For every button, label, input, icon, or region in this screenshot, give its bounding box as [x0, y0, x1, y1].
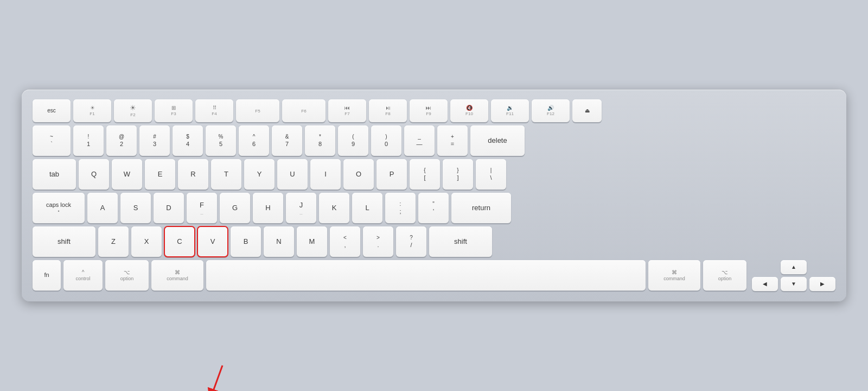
key-u[interactable]: U [277, 159, 308, 190]
key-delete[interactable]: delete [470, 125, 525, 156]
keyboard: esc ☀ F1 ☀ F2 ⊞ F3 ⠿ F4 F5 F6 ⏮ F7 ⏯ [22, 90, 846, 302]
key-rbrace[interactable]: } ] [443, 159, 473, 190]
key-p[interactable]: P [376, 159, 407, 190]
key-r[interactable]: R [178, 159, 208, 190]
key-5[interactable]: % 5 [206, 125, 236, 156]
key-s[interactable]: S [120, 193, 151, 223]
key-f6[interactable]: F6 [282, 99, 326, 122]
key-f1[interactable]: ☀ F1 [73, 99, 111, 122]
number-row: ~ ` ! 1 @ 2 # 3 $ 4 % 5 ^ 6 & 7 [33, 125, 835, 156]
svg-line-0 [212, 365, 222, 392]
key-a[interactable]: A [87, 193, 118, 223]
key-y[interactable]: Y [244, 159, 275, 190]
key-command-left[interactable]: ⌘ command [151, 260, 203, 291]
key-shift-right[interactable]: shift [429, 226, 492, 257]
key-z[interactable]: Z [98, 226, 129, 257]
key-7[interactable]: & 7 [272, 125, 302, 156]
key-0[interactable]: ) 0 [371, 125, 401, 156]
key-shift-left[interactable]: shift [33, 226, 95, 257]
key-9[interactable]: ( 9 [338, 125, 368, 156]
key-2[interactable]: @ 2 [106, 125, 137, 156]
key-option-left[interactable]: ⌥ option [105, 260, 149, 291]
key-v[interactable]: V [197, 226, 228, 257]
key-b[interactable]: B [231, 226, 261, 257]
key-f5[interactable]: F5 [236, 99, 279, 122]
key-f[interactable]: F _ [187, 193, 217, 223]
key-backslash[interactable]: | \ [476, 159, 506, 190]
key-f9[interactable]: ⏭ F9 [410, 99, 448, 122]
key-slash[interactable]: ? / [396, 226, 426, 257]
key-o[interactable]: O [343, 159, 374, 190]
key-t[interactable]: T [211, 159, 241, 190]
key-arrow-left[interactable]: ◀ [752, 277, 778, 291]
key-h[interactable]: H [253, 193, 283, 223]
key-return[interactable]: return [451, 193, 511, 223]
key-esc[interactable]: esc [33, 99, 71, 122]
key-g[interactable]: G [220, 193, 250, 223]
key-d[interactable]: D [154, 193, 184, 223]
key-w[interactable]: W [112, 159, 142, 190]
key-period[interactable]: > . [363, 226, 393, 257]
key-eject[interactable]: ⏏ [572, 99, 602, 122]
key-tab[interactable]: tab [33, 159, 76, 190]
key-e[interactable]: E [145, 159, 175, 190]
key-f10[interactable]: 🔇 F10 [450, 99, 488, 122]
key-f11[interactable]: 🔉 F11 [491, 99, 529, 122]
key-3[interactable]: # 3 [139, 125, 170, 156]
key-comma[interactable]: < , [330, 226, 360, 257]
key-q[interactable]: Q [79, 159, 109, 190]
key-f12[interactable]: 🔊 F12 [532, 99, 570, 122]
zxcv-row: shift Z X C V B N M < , > . ? / shift [33, 226, 835, 257]
key-n[interactable]: N [264, 226, 294, 257]
key-f7[interactable]: ⏮ F7 [328, 99, 366, 122]
key-f3[interactable]: ⊞ F3 [155, 99, 193, 122]
key-control[interactable]: ^ control [63, 260, 103, 291]
key-arrow-up[interactable]: ▲ [781, 260, 807, 274]
key-f8[interactable]: ⏯ F8 [369, 99, 407, 122]
key-lbrace[interactable]: { [ [410, 159, 440, 190]
key-l[interactable]: L [352, 193, 382, 223]
key-command-right[interactable]: ⌘ command [648, 260, 700, 291]
qwerty-row: tab Q W E R T Y U I O P { [ } ] | \ [33, 159, 835, 190]
key-capslock[interactable]: caps lock • [33, 193, 85, 223]
key-m[interactable]: M [297, 226, 327, 257]
key-option-right[interactable]: ⌥ option [703, 260, 746, 291]
key-f2[interactable]: ☀ F2 [114, 99, 152, 122]
key-tilde[interactable]: ~ ` [33, 125, 71, 156]
key-minus[interactable]: _ — [404, 125, 435, 156]
arrow-indicator [206, 360, 244, 392]
fn-row: esc ☀ F1 ☀ F2 ⊞ F3 ⠿ F4 F5 F6 ⏮ F7 ⏯ [33, 99, 835, 122]
key-arrow-right[interactable]: ▶ [809, 277, 835, 291]
key-8[interactable]: * 8 [305, 125, 335, 156]
key-x[interactable]: X [131, 226, 162, 257]
key-arrow-down[interactable]: ▼ [781, 277, 807, 291]
key-f4[interactable]: ⠿ F4 [195, 99, 233, 122]
key-semicolon[interactable]: : ; [385, 193, 416, 223]
key-i[interactable]: I [310, 159, 341, 190]
key-1[interactable]: ! 1 [73, 125, 104, 156]
asdf-row: caps lock • A S D F _ G H J _ K L : ; " … [33, 193, 835, 223]
bottom-row: fn ^ control ⌥ option ⌘ command ⌘ comman… [33, 260, 835, 291]
key-c[interactable]: C [164, 226, 195, 257]
key-j[interactable]: J _ [286, 193, 316, 223]
key-4[interactable]: $ 4 [173, 125, 203, 156]
key-space[interactable] [206, 260, 646, 291]
key-k[interactable]: K [319, 193, 349, 223]
key-6[interactable]: ^ 6 [239, 125, 269, 156]
key-equals[interactable]: + = [437, 125, 468, 156]
key-fn[interactable]: fn [33, 260, 61, 291]
key-quote[interactable]: " ' [418, 193, 449, 223]
